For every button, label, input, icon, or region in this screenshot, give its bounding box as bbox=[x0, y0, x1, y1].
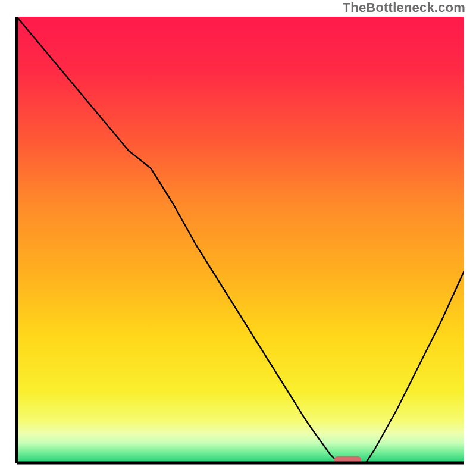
watermark-label: TheBottleneck.com bbox=[343, 0, 465, 15]
heat-gradient-background bbox=[17, 17, 464, 463]
chart-frame: TheBottleneck.com bbox=[0, 0, 476, 476]
bottleneck-chart bbox=[0, 0, 476, 476]
